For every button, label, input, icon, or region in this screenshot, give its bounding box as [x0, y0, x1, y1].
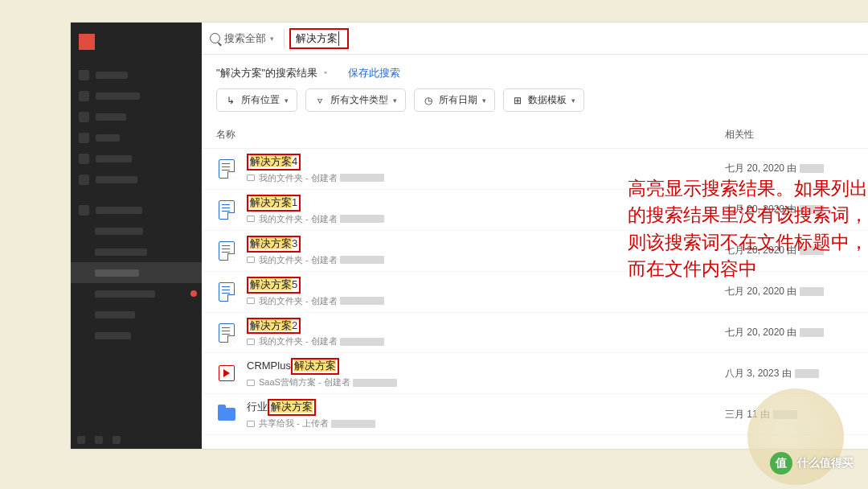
document-icon [216, 281, 237, 302]
result-name-cell: 解决方案1我的文件夹 - 创建者 [247, 195, 725, 225]
app-window: 搜索全部 ▾ 解决方案 "解决方案"的搜索结果 • 保存此搜索 ↳ 所有位置 ▾… [71, 23, 868, 449]
result-meta: SaaS营销方案 - 创建者 [247, 376, 725, 388]
clock-icon: ◷ [423, 95, 434, 106]
result-title[interactable]: 行业解决方案 [247, 399, 725, 416]
result-meta: 我的文件夹 - 创建者 [247, 213, 725, 225]
filter-label: 所有位置 [241, 93, 280, 107]
result-meta: 我的文件夹 - 创建者 [247, 254, 725, 266]
result-meta: 我的文件夹 - 创建者 [247, 295, 725, 307]
result-name-cell: 解决方案3我的文件夹 - 创建者 [247, 236, 725, 266]
result-title[interactable]: CRMPlus解决方案 [247, 358, 725, 375]
result-row[interactable]: 解决方案3我的文件夹 - 创建者七月 20, 2020 由 [202, 231, 868, 272]
filter-date[interactable]: ◷ 所有日期 ▾ [414, 88, 495, 112]
result-row[interactable]: CRMPlus解决方案SaaS营销方案 - 创建者八月 3, 2023 由 [202, 353, 868, 394]
sidebar-subitem[interactable] [71, 304, 202, 325]
sidebar-label [95, 290, 155, 298]
sidebar-tool-icon[interactable] [113, 436, 121, 444]
chevron-down-icon: ▾ [285, 97, 289, 105]
sidebar-label [96, 207, 142, 214]
search-input[interactable]: 解决方案 [296, 31, 339, 46]
sidebar-label [95, 311, 135, 318]
sidebar-label [95, 332, 131, 339]
sidebar-subitem[interactable] [71, 325, 202, 346]
sidebar-subitem[interactable] [71, 241, 202, 262]
sidebar-item[interactable] [71, 169, 202, 190]
sidebar-label [96, 72, 128, 79]
main-content: 搜索全部 ▾ 解决方案 "解决方案"的搜索结果 • 保存此搜索 ↳ 所有位置 ▾… [202, 23, 868, 449]
sidebar-subitem[interactable] [71, 220, 202, 241]
chevron-down-icon [79, 205, 89, 216]
funnel-icon: ▿ [314, 95, 326, 106]
filter-label: 所有日期 [439, 93, 477, 107]
app-logo[interactable] [79, 34, 95, 50]
result-row[interactable]: 解决方案5我的文件夹 - 创建者七月 20, 2020 由 [202, 272, 868, 313]
template-icon: ⊞ [512, 95, 523, 106]
column-name-header[interactable]: 名称 [216, 128, 725, 142]
chevron-down-icon: ▾ [270, 35, 274, 43]
watermark-text: 什么值得买 [797, 456, 854, 471]
search-scope-selector[interactable]: 搜索全部 ▾ [210, 29, 285, 48]
sidebar-label [95, 228, 143, 235]
sidebar-label [96, 176, 137, 183]
filter-label: 所有文件类型 [330, 93, 388, 107]
sidebar-icon [79, 91, 89, 101]
result-row[interactable]: 解决方案4我的文件夹 - 创建者七月 20, 2020 由 [202, 149, 868, 190]
result-name-cell: CRMPlus解决方案SaaS营销方案 - 创建者 [247, 358, 725, 388]
result-relevance-cell: 七月 20, 2020 由 [725, 285, 854, 298]
result-relevance-cell: 七月 20, 2020 由 [725, 244, 854, 257]
result-list: 解决方案4我的文件夹 - 创建者七月 20, 2020 由解决方案1我的文件夹 … [202, 149, 868, 435]
sidebar-item[interactable] [71, 148, 202, 169]
column-relevance-header[interactable]: 相关性 [725, 128, 854, 142]
filter-bar: ↳ 所有位置 ▾ ▿ 所有文件类型 ▾ ◷ 所有日期 ▾ ⊞ 数据模板 ▾ [202, 88, 868, 123]
result-relevance-cell: 八月 3, 2023 由 [725, 367, 854, 380]
result-title[interactable]: 解决方案3 [247, 236, 725, 253]
result-meta: 我的文件夹 - 创建者 [247, 335, 725, 347]
search-icon [210, 33, 220, 43]
sidebar-item[interactable] [71, 64, 202, 85]
result-row[interactable]: 解决方案2我的文件夹 - 创建者七月 20, 2020 由 [202, 313, 868, 354]
sidebar-tool-icon[interactable] [95, 436, 103, 444]
location-tree-icon: ↳ [225, 95, 236, 106]
result-relevance-cell: 七月 20, 2020 由 [725, 326, 854, 339]
sidebar [71, 23, 202, 449]
chevron-down-icon: ▾ [393, 97, 397, 105]
sidebar-label [95, 249, 147, 256]
sidebar-section[interactable] [71, 199, 202, 220]
save-search-link[interactable]: 保存此搜索 [348, 67, 400, 79]
sidebar-label [96, 113, 126, 121]
result-title[interactable]: 解决方案2 [247, 318, 725, 335]
chevron-down-icon: ▾ [571, 97, 575, 105]
sidebar-item[interactable] [71, 85, 202, 106]
result-row[interactable]: 解决方案1我的文件夹 - 创建者七月 20, 2020 由 [202, 190, 868, 231]
result-title[interactable]: 解决方案5 [247, 277, 725, 294]
sidebar-icon [79, 112, 89, 122]
watermark: 值 什么值得买 [770, 452, 854, 475]
separator-dot: • [324, 67, 328, 79]
sidebar-item[interactable] [71, 106, 202, 127]
list-header: 名称 相关性 [202, 123, 868, 149]
result-meta: 共享给我 - 上传者 [247, 417, 725, 429]
sidebar-icon [79, 70, 89, 80]
sidebar-subitem-active[interactable] [71, 262, 202, 283]
filter-filetype[interactable]: ▿ 所有文件类型 ▾ [305, 88, 406, 112]
document-icon [216, 158, 237, 179]
sidebar-subitem-notify[interactable] [71, 283, 202, 304]
document-icon [216, 323, 237, 343]
filter-location[interactable]: ↳ 所有位置 ▾ [216, 88, 297, 112]
sidebar-label [95, 269, 139, 277]
result-name-cell: 解决方案4我的文件夹 - 创建者 [247, 154, 725, 184]
sidebar-item[interactable] [71, 127, 202, 148]
sidebar-label [96, 155, 132, 162]
sidebar-icon [79, 133, 89, 143]
search-scope-label: 搜索全部 [224, 31, 266, 46]
result-name-cell: 解决方案5我的文件夹 - 创建者 [247, 277, 725, 307]
sidebar-tool-icon[interactable] [77, 436, 85, 444]
result-title[interactable]: 解决方案4 [247, 154, 725, 171]
result-title[interactable]: 解决方案1 [247, 195, 725, 212]
result-name-cell: 行业解决方案共享给我 - 上传者 [247, 399, 725, 429]
sidebar-icon [79, 154, 89, 164]
search-input-highlight-box: 解决方案 [289, 28, 349, 49]
filter-template[interactable]: ⊞ 数据模板 ▾ [503, 88, 584, 112]
sidebar-label [96, 92, 140, 100]
result-name-cell: 解决方案2我的文件夹 - 创建者 [247, 318, 725, 348]
